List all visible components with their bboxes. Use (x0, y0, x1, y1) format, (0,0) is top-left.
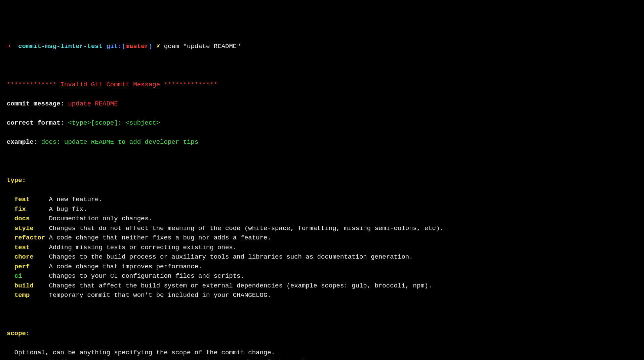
commit-message-value: update README (68, 100, 118, 107)
type-row: docsDocumentation only changes. (7, 214, 637, 224)
banner-stars-right: ************** (164, 81, 218, 88)
type-desc: A code change that neither fixes a bug n… (49, 234, 271, 241)
correct-format-value: <type>[scope]: <subject> (68, 119, 160, 127)
banner-title: Invalid Git Commit Message (56, 81, 164, 88)
type-name: docs (14, 214, 49, 224)
type-name: build (14, 281, 49, 291)
type-desc: Documentation only changes. (49, 215, 152, 222)
type-row: tempTemporary commit that won't be inclu… (7, 290, 637, 300)
type-desc: Temporary commit that won't be included … (49, 291, 271, 299)
git-branch: master (126, 43, 149, 50)
scope-line: For example $location, $browser, $compil… (7, 358, 637, 360)
blank-line (7, 61, 637, 71)
type-header-text: type: (7, 177, 26, 184)
type-desc: A bug fix. (49, 206, 87, 213)
correct-format-label: correct format: (7, 119, 64, 127)
type-name: chore (14, 252, 49, 262)
blank-line (7, 156, 637, 166)
banner-stars-left: ************* (7, 81, 56, 88)
type-desc: Changes to the build process or auxiliar… (49, 253, 413, 261)
correct-format-line: correct format: <type>[scope]: <subject> (7, 118, 637, 128)
type-desc: A code change that improves performance. (49, 263, 202, 270)
type-name: ci (14, 271, 49, 281)
scope-header: scope: (7, 329, 637, 339)
git-suffix: ) (149, 43, 152, 50)
type-name: perf (14, 262, 49, 272)
commit-message-label: commit message: (7, 100, 64, 107)
type-header: type: (7, 176, 637, 185)
type-row: styleChanges that do not affect the mean… (7, 224, 637, 233)
type-row: refactorA code change that neither fixes… (7, 233, 637, 243)
type-desc: Changes that do not affect the meaning o… (49, 225, 443, 232)
type-desc: A new feature. (49, 196, 103, 203)
type-row: perfA code change that improves performa… (7, 262, 637, 272)
type-row: ciChanges to your CI configuration files… (7, 271, 637, 281)
scope-header-text: scope: (7, 330, 30, 337)
example-label: example: (7, 138, 37, 146)
type-row: featA new feature. (7, 195, 637, 205)
type-name: temp (14, 290, 49, 300)
type-desc: Adding missing tests or correcting exist… (49, 244, 237, 251)
scope-lines: Optional, can be anything specifying the… (7, 348, 637, 360)
type-name: test (14, 243, 49, 253)
example-value: docs: update README to add developer tip… (41, 138, 198, 146)
type-row: testAdding missing tests or correcting e… (7, 243, 637, 253)
error-banner: ************* Invalid Git Commit Message… (7, 80, 637, 90)
type-name: refactor (14, 233, 49, 243)
type-row: buildChanges that affect the build syste… (7, 281, 637, 291)
type-row: choreChanges to the build process or aux… (7, 252, 637, 262)
type-name: style (14, 224, 49, 233)
dirty-icon: ✗ (156, 43, 160, 50)
commit-message-line: commit message: update README (7, 99, 637, 109)
scope-line: Optional, can be anything specifying the… (7, 348, 637, 358)
example-line: example: docs: update README to add deve… (7, 137, 637, 147)
prompt-line[interactable]: ➜ commit-msg-linter-test git:(master) ✗ … (7, 42, 637, 51)
type-name: feat (14, 195, 49, 205)
command-text: gcam "update README" (164, 43, 241, 50)
type-desc: Changes that affect the build system or … (49, 282, 432, 289)
type-name: fix (14, 205, 49, 214)
git-prefix: git:( (107, 43, 126, 50)
type-desc: Changes to your CI configuration files a… (49, 272, 244, 280)
blank-line (7, 310, 637, 319)
prompt-directory: commit-msg-linter-test (18, 43, 103, 50)
prompt-arrow-icon: ➜ (7, 43, 10, 50)
types-list: featA new feature.fixA bug fix.docsDocum… (7, 195, 637, 300)
type-row: fixA bug fix. (7, 205, 637, 214)
